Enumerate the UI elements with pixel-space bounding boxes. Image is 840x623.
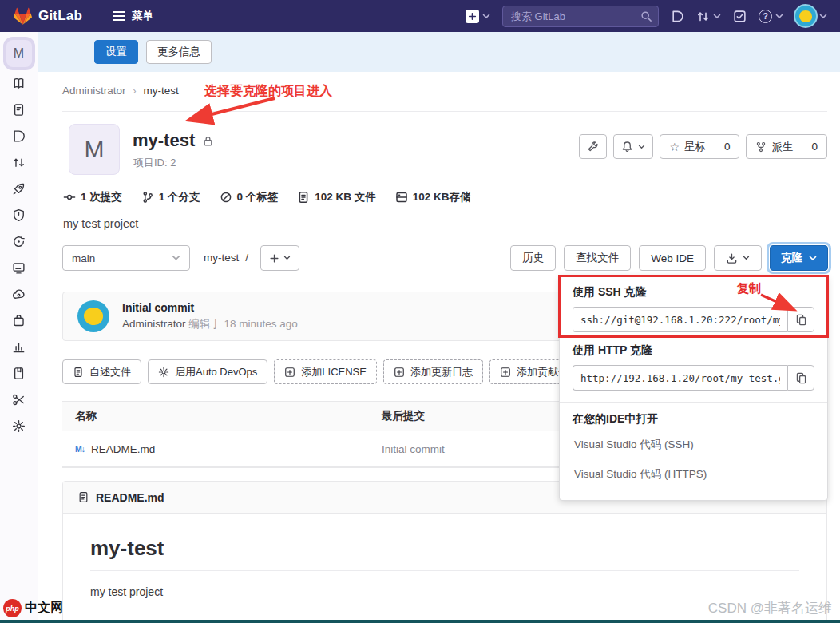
arrow-to-project	[190, 98, 275, 120]
repo-path-project[interactable]: my-test	[204, 252, 239, 264]
merge-requests-button[interactable]	[696, 10, 721, 23]
project-title: my-test	[133, 130, 195, 151]
fork-button[interactable]: 派生	[747, 135, 802, 158]
auto-devops-button[interactable]: 启用Auto DevOps	[148, 359, 267, 384]
gitlab-project-page: GitLab 菜单	[0, 0, 840, 623]
vscode-ssh-item[interactable]: Visual Studio 代码 (SSH)	[573, 430, 814, 459]
file-name-link[interactable]: README.md	[91, 443, 155, 455]
http-copy-button[interactable]	[787, 365, 814, 391]
stat-branches[interactable]: 1 个分支	[141, 190, 200, 204]
document-icon	[73, 367, 84, 378]
book-icon	[12, 77, 26, 90]
ssh-url-input[interactable]	[573, 307, 787, 332]
sidebar-item-merge-requests[interactable]	[12, 156, 26, 169]
star-group: ☆ 星标 0	[660, 134, 739, 159]
readme-heading: my-test	[90, 536, 799, 571]
commit-icon	[63, 191, 76, 204]
sidebar-item-snippets[interactable]	[12, 393, 26, 407]
find-file-button[interactable]: 查找文件	[564, 245, 631, 271]
sidebar-item-wiki[interactable]	[12, 367, 26, 380]
http-clone-label: 使用 HTTP 克隆	[573, 343, 814, 358]
brand-name: GitLab	[38, 8, 82, 24]
commit-author[interactable]: Administrator	[122, 318, 186, 330]
sidebar-item-ci-cd[interactable]	[12, 182, 26, 196]
user-menu[interactable]	[795, 6, 827, 26]
notifications-button[interactable]	[613, 134, 653, 159]
hamburger-icon	[113, 10, 125, 22]
new-menu-button[interactable]	[466, 10, 490, 23]
sidebar-item-analytics[interactable]	[12, 340, 26, 354]
todos-icon[interactable]	[733, 10, 747, 23]
quick-actions-row: 自述文件 启用Auto DevOps 添加LICENSE 添加更新日志 添加贡献…	[62, 359, 579, 384]
commit-author-avatar[interactable]	[77, 300, 109, 332]
stat-tags[interactable]: 0 个标签	[220, 190, 279, 204]
admin-wrench-button[interactable]	[579, 134, 607, 159]
sidebar-item-security[interactable]	[12, 208, 26, 222]
breadcrumb-root[interactable]: Administrator	[62, 85, 126, 97]
chart-icon	[12, 340, 26, 354]
chevron-down-icon	[638, 145, 645, 149]
project-sidebar: M	[0, 32, 38, 623]
fork-label: 派生	[771, 140, 793, 154]
commit-time: 编辑于 18 minutes ago	[188, 318, 298, 330]
star-button[interactable]: ☆ 星标	[660, 135, 715, 158]
open-in-ide-label: 在您的IDE中打开	[573, 412, 814, 427]
sidebar-item-settings[interactable]	[12, 419, 26, 433]
vscode-https-item[interactable]: Visual Studio 代码 (HTTPS)	[573, 459, 814, 489]
sidebar-item-repository[interactable]	[12, 103, 26, 117]
download-icon	[726, 252, 738, 264]
branch-selector[interactable]: main	[62, 245, 190, 271]
bottom-edge-bar	[0, 620, 840, 623]
chevron-down-icon	[172, 255, 180, 261]
download-button[interactable]	[714, 245, 762, 271]
bell-icon	[621, 141, 633, 153]
fork-group: 派生 0	[746, 134, 827, 159]
shield-icon	[12, 208, 26, 222]
stat-files[interactable]: 102 KB 文件	[297, 190, 376, 204]
breadcrumb-divider	[62, 111, 827, 112]
sidebar-project-avatar[interactable]: M	[6, 40, 32, 67]
issues-icon	[12, 129, 26, 143]
readme-filename[interactable]: README.md	[96, 491, 164, 504]
dropdown-divider	[560, 402, 827, 403]
http-url-input[interactable]	[573, 365, 787, 391]
stat-commits[interactable]: 1 次提交	[63, 190, 122, 204]
sidebar-item-project-information[interactable]	[12, 77, 26, 90]
sidebar-item-issues[interactable]	[12, 129, 26, 143]
star-count[interactable]: 0	[715, 135, 739, 158]
merge-request-icon	[696, 10, 710, 23]
breadcrumb-separator-icon: ›	[133, 85, 137, 97]
add-file-dropdown[interactable]	[260, 245, 299, 271]
sidebar-item-deployments[interactable]	[12, 235, 26, 248]
help-icon: ?	[759, 10, 772, 23]
commit-title-link[interactable]: Initial commit	[122, 301, 298, 314]
chevron-down-icon	[819, 14, 827, 19]
menu-toggle[interactable]: 菜单	[113, 9, 153, 23]
more-info-button[interactable]: 更多信息	[146, 40, 212, 64]
help-button[interactable]: ?	[759, 10, 783, 23]
menu-label: 菜单	[132, 9, 153, 23]
add-changelog-button[interactable]: 添加更新日志	[383, 359, 483, 384]
ssh-copy-button[interactable]	[787, 307, 814, 332]
lock-icon	[202, 135, 214, 147]
fork-count[interactable]: 0	[802, 135, 826, 158]
clone-button[interactable]: 克隆	[770, 245, 828, 271]
circle-arrow-icon	[12, 235, 26, 248]
copy-icon	[795, 372, 807, 384]
stat-storage[interactable]: 102 KB存储	[395, 190, 471, 204]
breadcrumb: Administrator › my-test	[62, 85, 179, 97]
web-ide-button[interactable]: Web IDE	[639, 245, 706, 271]
history-button[interactable]: 历史	[510, 245, 556, 271]
annotation-copy-label: 复制	[737, 281, 761, 296]
settings-button[interactable]: 设置	[94, 40, 138, 64]
sidebar-item-monitor[interactable]	[12, 261, 26, 275]
add-license-button[interactable]: 添加LICENSE	[274, 359, 377, 384]
search-icon	[640, 10, 652, 22]
chevron-down-icon	[713, 14, 721, 19]
gitlab-logo[interactable]: GitLab	[13, 6, 82, 26]
breadcrumb-current[interactable]: my-test	[144, 85, 179, 97]
readme-button[interactable]: 自述文件	[62, 359, 141, 384]
sidebar-item-packages[interactable]	[12, 314, 26, 327]
branch-name: main	[72, 252, 95, 264]
sidebar-item-infrastructure[interactable]	[12, 288, 26, 301]
